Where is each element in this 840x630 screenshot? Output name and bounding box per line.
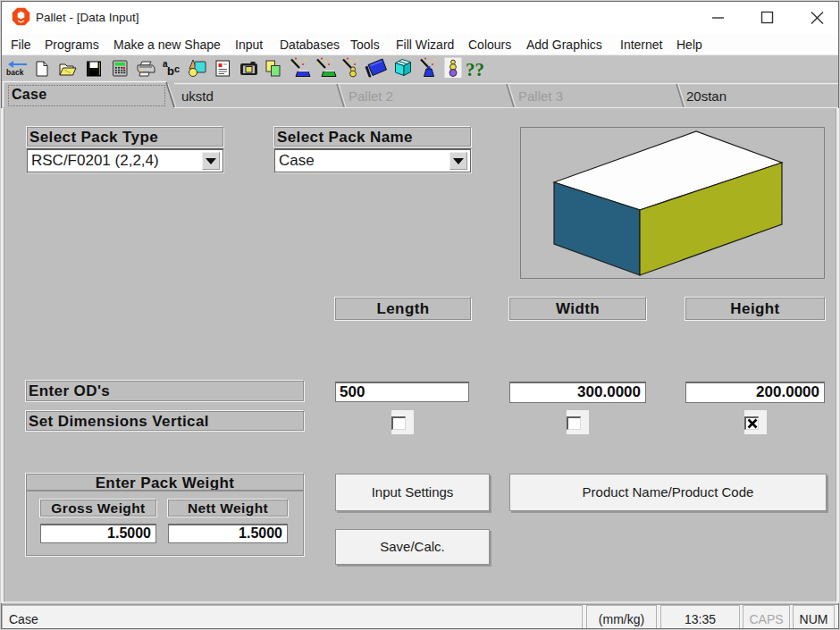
svg-text:c: c: [174, 63, 180, 74]
svg-text:b: b: [167, 64, 174, 78]
svg-text:back: back: [6, 68, 24, 77]
svg-text:??: ??: [466, 59, 484, 80]
